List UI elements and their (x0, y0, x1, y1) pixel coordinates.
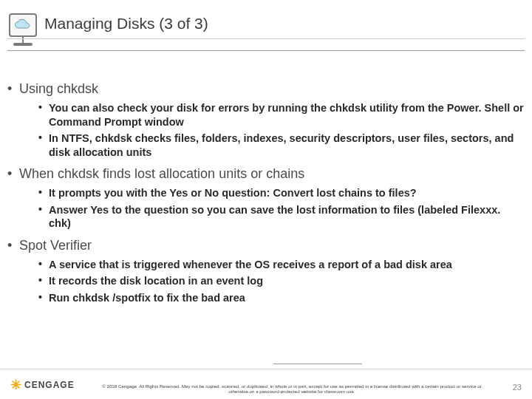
section-heading: Using chkdsk (7, 81, 525, 97)
section-heading: Spot Verifier (7, 238, 525, 253)
bullet-item: You can also check your disk for errors … (38, 101, 525, 129)
bullet-list: It prompts you with the Yes or No questi… (7, 186, 525, 231)
brand-name: CENGAGE (24, 380, 75, 390)
cloud-icon (13, 18, 33, 32)
bullet-item: It records the disk location in an event… (38, 274, 525, 288)
bullet-item: A service that is triggered whenever the… (38, 258, 525, 272)
title-row: Managing Disks (3 of 3) (9, 13, 523, 44)
bullet-list: A service that is triggered whenever the… (7, 258, 525, 305)
page-number: 23 (513, 383, 522, 392)
bullet-list: You can also check your disk for errors … (7, 101, 525, 159)
footer: ✳ CENGAGE © 2018 Cengage. All Rights Res… (0, 369, 532, 399)
slide: Managing Disks (3 of 3) Using chkdsk You… (0, 0, 532, 399)
bullet-item: In NTFS, chkdsk checks files, folders, i… (38, 132, 525, 159)
asterisk-icon: ✳ (10, 378, 21, 392)
divider-bottom (7, 50, 525, 51)
bullet-item: Run chkdsk /spotfix to fix the bad area (38, 291, 525, 305)
bullet-item: Answer Yes to the question so you can sa… (38, 203, 525, 231)
brand-logo: ✳ CENGAGE (10, 378, 75, 392)
divider-top (7, 38, 525, 39)
slide-body: Using chkdsk You can also check your dis… (7, 81, 525, 312)
copyright-text: © 2018 Cengage. All Rights Reserved. May… (96, 383, 488, 395)
cloud-monitor-icon (9, 13, 37, 46)
section-heading: When chkdsk finds lost allocation units … (7, 166, 525, 182)
slide-title: Managing Disks (3 of 3) (44, 15, 208, 33)
bullet-item: It prompts you with the Yes or No questi… (38, 186, 525, 200)
